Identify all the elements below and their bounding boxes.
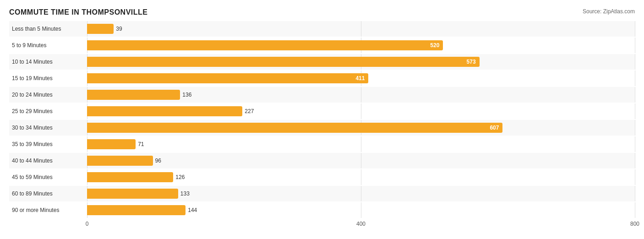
grid-line	[635, 54, 635, 70]
bar-track: 39	[87, 21, 635, 37]
grid-line	[635, 202, 635, 218]
bar-label: 30 to 34 Minutes	[9, 120, 87, 136]
bar-fill	[87, 106, 242, 116]
bar-label: 15 to 19 Minutes	[9, 71, 87, 86]
bar-value: 520	[430, 42, 439, 49]
bar-fill	[87, 205, 186, 215]
bar-track: 136	[87, 87, 635, 103]
bar-track: 133	[87, 186, 635, 201]
grid-line	[361, 169, 361, 185]
grid-line	[361, 21, 361, 37]
grid-line	[361, 153, 361, 168]
bar-fill: 411	[87, 73, 368, 83]
grid-line	[361, 103, 361, 119]
grid-line	[361, 87, 361, 103]
bar-track: 573	[87, 54, 635, 70]
x-axis: 0400800	[9, 221, 635, 230]
x-axis-label: 400	[356, 221, 366, 227]
grid-line	[635, 153, 635, 168]
bar-value: 96	[155, 158, 161, 164]
bar-label: 45 to 59 Minutes	[9, 169, 87, 185]
grid-line	[635, 38, 635, 53]
chart-source: Source: ZipAtlas.com	[583, 8, 635, 15]
bar-fill: 573	[87, 57, 480, 67]
bar-label: Less than 5 Minutes	[9, 21, 87, 37]
bar-row: 15 to 19 Minutes411	[9, 71, 635, 86]
bar-row: 5 to 9 Minutes520	[9, 38, 635, 53]
chart-header: COMMUTE TIME IN THOMPSONVILLE Source: Zi…	[9, 8, 635, 16]
x-axis-label: 800	[630, 221, 639, 227]
bar-row: 10 to 14 Minutes573	[9, 54, 635, 70]
bar-track: 411	[87, 71, 635, 86]
grid-line	[361, 136, 361, 152]
x-axis-label: 0	[86, 221, 89, 227]
bar-row: 45 to 59 Minutes126	[9, 169, 635, 185]
grid-line	[635, 169, 635, 185]
grid-line	[635, 21, 635, 37]
grid-line	[361, 186, 361, 201]
bar-row: 40 to 44 Minutes96	[9, 153, 635, 168]
bar-value: 136	[182, 92, 191, 98]
bar-label: 35 to 39 Minutes	[9, 136, 87, 152]
bar-label: 5 to 9 Minutes	[9, 38, 87, 53]
bar-row: 60 to 89 Minutes133	[9, 186, 635, 201]
grid-line	[635, 71, 635, 86]
bar-value: 133	[180, 190, 190, 197]
bar-value: 126	[175, 174, 185, 180]
bar-row: 30 to 34 Minutes607	[9, 120, 635, 136]
bar-track: 520	[87, 38, 635, 53]
bar-row: 20 to 24 Minutes136	[9, 87, 635, 103]
bar-row: 25 to 29 Minutes227	[9, 103, 635, 119]
bar-row: Less than 5 Minutes39	[9, 21, 635, 37]
bar-label: 10 to 14 Minutes	[9, 54, 87, 70]
bar-row: 35 to 39 Minutes71	[9, 136, 635, 152]
bar-label: 40 to 44 Minutes	[9, 153, 87, 168]
bar-value: 39	[116, 26, 122, 32]
bar-row: 90 or more Minutes144	[9, 202, 635, 218]
bar-track: 96	[87, 153, 635, 168]
bar-fill	[87, 172, 173, 182]
bar-value: 144	[188, 207, 197, 213]
bar-fill: 607	[87, 123, 502, 133]
bar-value: 607	[490, 125, 499, 131]
chart-container: COMMUTE TIME IN THOMPSONVILLE Source: Zi…	[0, 0, 644, 239]
grid-line	[635, 136, 635, 152]
grid-line	[635, 87, 635, 103]
bar-value: 411	[355, 75, 365, 81]
bar-track: 607	[87, 120, 635, 136]
bar-value: 71	[138, 141, 144, 147]
bar-label: 60 to 89 Minutes	[9, 186, 87, 201]
grid-line	[361, 202, 361, 218]
bar-fill	[87, 24, 114, 34]
chart-title: COMMUTE TIME IN THOMPSONVILLE	[9, 8, 148, 16]
grid-line	[635, 120, 635, 136]
bar-track: 126	[87, 169, 635, 185]
bar-fill	[87, 156, 153, 166]
grid-line	[635, 103, 635, 119]
bar-value: 573	[467, 59, 476, 65]
bar-label: 20 to 24 Minutes	[9, 87, 87, 103]
bar-fill	[87, 90, 180, 100]
bar-fill	[87, 189, 178, 199]
bar-fill	[87, 139, 136, 149]
bar-label: 90 or more Minutes	[9, 202, 87, 218]
bar-label: 25 to 29 Minutes	[9, 103, 87, 119]
bar-value: 227	[245, 108, 254, 114]
bar-track: 144	[87, 202, 635, 218]
bar-track: 227	[87, 103, 635, 119]
bar-fill: 520	[87, 40, 443, 50]
bars-area: Less than 5 Minutes395 to 9 Minutes52010…	[9, 21, 635, 218]
grid-line	[635, 186, 635, 201]
bar-track: 71	[87, 136, 635, 152]
